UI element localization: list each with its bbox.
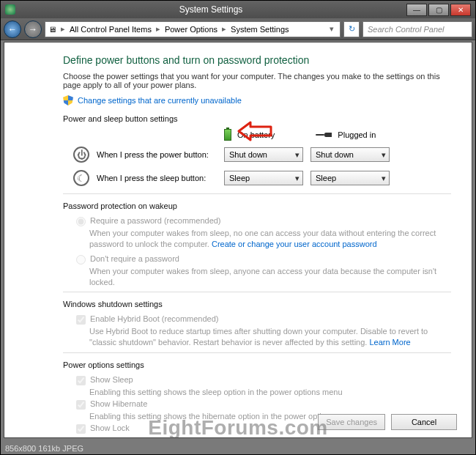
chevron-down-icon[interactable]: ▾ <box>327 24 337 34</box>
save-button: Save changes <box>318 414 385 430</box>
section-options-label: Power options settings <box>63 360 451 369</box>
require-password-radio <box>76 217 86 226</box>
learn-more-link[interactable]: Learn More <box>369 338 410 347</box>
section-shutdown-label: Windows shutdown settings <box>63 300 451 308</box>
content-pane: Define power buttons and turn on passwor… <box>4 42 472 438</box>
no-password-desc: When your computer wakes from sleep, any… <box>89 266 451 288</box>
require-password-label: Require a password (recommended) <box>90 216 221 225</box>
power-battery-select[interactable]: Shut down <box>224 147 303 162</box>
show-sleep-desc: Enabling this setting shows the sleep op… <box>89 387 451 398</box>
power-plugged-select[interactable]: Shut down <box>310 147 390 162</box>
show-sleep-checkbox <box>76 376 86 385</box>
section-password-label: Password protection on wakeup <box>63 201 451 210</box>
sleep-button-label: When I press the sleep button: <box>97 174 217 182</box>
show-lock-label: Show Lock <box>90 423 130 432</box>
refresh-button[interactable]: ↻ <box>343 21 360 37</box>
annotation-arrow <box>237 120 272 142</box>
change-settings-link[interactable]: Change settings that are currently unava… <box>78 96 242 105</box>
breadcrumb-item[interactable]: System Settings <box>231 25 289 34</box>
search-input[interactable]: Search Control Panel <box>362 21 472 37</box>
hybrid-boot-label: Enable Hybrid Boot (recommended) <box>90 314 218 323</box>
page-heading: Define power buttons and turn on passwor… <box>63 54 451 66</box>
battery-icon <box>224 129 231 141</box>
forward-button[interactable]: → <box>24 21 42 38</box>
show-hibernate-checkbox <box>76 400 86 410</box>
window-title: System Settings <box>15 4 406 15</box>
account-password-link[interactable]: Create or change your user account passw… <box>212 240 377 248</box>
power-icon: ⏻ <box>73 147 89 163</box>
no-password-radio <box>76 255 86 265</box>
show-sleep-label: Show Sleep <box>90 375 133 384</box>
minimize-button[interactable]: — <box>406 4 427 16</box>
back-button[interactable]: ← <box>4 21 21 38</box>
hybrid-boot-checkbox <box>76 315 86 325</box>
app-icon <box>5 4 15 15</box>
sleep-plugged-select[interactable]: Sleep <box>310 171 390 185</box>
show-hibernate-label: Show Hibernate <box>90 399 147 408</box>
image-caption: 856x800 161kb JPEG <box>5 444 83 453</box>
show-lock-desc: Enabling this setting shows the lock opt… <box>89 435 451 438</box>
col-plugged: Plugged in <box>338 130 376 139</box>
sleep-battery-select[interactable]: Sleep <box>224 171 303 185</box>
page-intro: Choose the power settings that you want … <box>63 72 451 89</box>
cp-icon: 🖥 <box>48 25 56 34</box>
maximize-button[interactable]: ▢ <box>428 4 449 16</box>
breadcrumb[interactable]: 🖥 ▸ All Control Panel Items ▸ Power Opti… <box>45 21 341 37</box>
title-bar: System Settings — ▢ ✕ <box>1 1 475 18</box>
sleep-icon: ☾ <box>73 170 89 186</box>
breadcrumb-item[interactable]: All Control Panel Items <box>70 25 152 34</box>
no-password-label: Don't require a password <box>90 254 179 263</box>
cancel-button[interactable]: Cancel <box>391 414 457 430</box>
nav-bar: ← → 🖥 ▸ All Control Panel Items ▸ Power … <box>1 18 475 40</box>
power-button-label: When I press the power button: <box>97 150 217 159</box>
search-placeholder: Search Control Panel <box>368 25 445 34</box>
breadcrumb-item[interactable]: Power Options <box>165 25 217 34</box>
shield-icon <box>63 95 73 106</box>
plug-icon <box>316 131 332 138</box>
show-lock-checkbox <box>76 424 86 434</box>
close-button[interactable]: ✕ <box>450 4 471 16</box>
